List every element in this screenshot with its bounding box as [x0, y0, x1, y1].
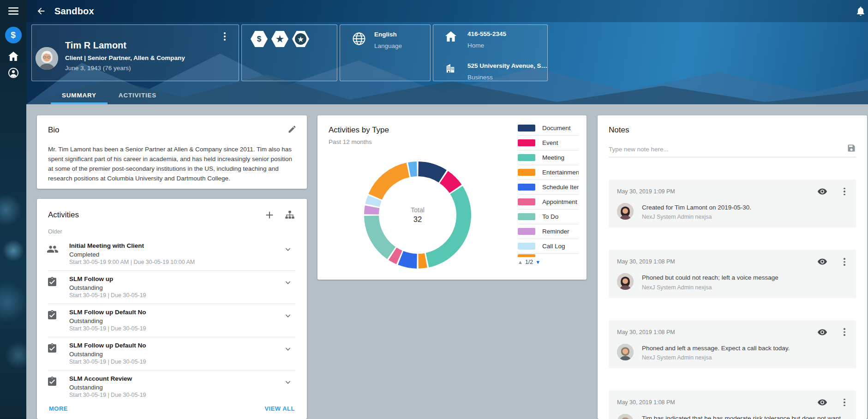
- donut-segment[interactable]: [364, 205, 379, 215]
- profile-avatar: [36, 47, 58, 70]
- legend-swatch: [518, 169, 535, 176]
- eye-icon[interactable]: [817, 327, 827, 337]
- activity-row[interactable]: Initial Meeting with Client Completed St…: [48, 238, 296, 271]
- page-up-icon[interactable]: ▲: [518, 259, 523, 265]
- nav-money-button[interactable]: $: [0, 27, 26, 43]
- dollar-badge-icon[interactable]: $: [251, 30, 268, 48]
- badges-card: $ ★ ★: [241, 24, 337, 81]
- legend-swatch: [518, 254, 535, 257]
- legend-item: Reminder: [518, 224, 579, 239]
- legend-swatch: [518, 243, 535, 250]
- legend-swatch: [518, 184, 535, 191]
- legend-page-indicator: 1/2: [525, 259, 533, 265]
- donut-segment[interactable]: [426, 186, 471, 267]
- activities-title: Activities: [48, 210, 79, 220]
- dollar-icon: $: [5, 27, 22, 43]
- nav-person-button[interactable]: [0, 67, 26, 78]
- bio-card: Bio Mr. Tim Lamont has been a Senior Par…: [37, 115, 307, 189]
- more-button[interactable]: MORE: [49, 405, 68, 412]
- note-text: Tim has indicated that he has moderate r…: [642, 414, 848, 419]
- note-item[interactable]: May 30, 2019 1:09 PM Created for Tim Lam…: [609, 180, 856, 227]
- chevron-down-icon[interactable]: [283, 377, 293, 387]
- profile-menu-kebab-icon[interactable]: [221, 30, 228, 42]
- hierarchy-view-button[interactable]: [284, 209, 296, 221]
- nav-home-button[interactable]: [0, 51, 26, 62]
- legend-item: Entertainment: [518, 165, 579, 180]
- language-card: English Language: [340, 24, 431, 81]
- note-menu-kebab-icon[interactable]: [841, 257, 848, 266]
- donut-segment[interactable]: [364, 215, 395, 259]
- note-author-avatar: [617, 273, 634, 290]
- legend-item: Meeting: [518, 150, 579, 165]
- activity-row[interactable]: SLM Follow up Default No Outstanding Sta…: [48, 304, 296, 337]
- people-icon: [47, 243, 59, 255]
- profile-card: Tim R Lamont Client | Senior Partner, Al…: [31, 24, 239, 81]
- note-menu-kebab-icon[interactable]: [841, 187, 848, 196]
- legend-swatch: [518, 213, 535, 220]
- note-timestamp: May 30, 2019 1:08 PM: [617, 399, 675, 406]
- page-down-icon[interactable]: ▼: [535, 259, 540, 265]
- content-area: Bio Mr. Tim Lamont has been a Senior Par…: [26, 104, 868, 419]
- chevron-down-icon[interactable]: [283, 277, 293, 287]
- address-value[interactable]: 525 University Avenue, S…: [467, 62, 547, 69]
- language-value: English: [374, 31, 397, 38]
- note-input-row: [609, 145, 856, 157]
- legend-item: Appointment: [518, 195, 579, 210]
- activity-row[interactable]: SLM Follow up Outstanding Start 30-05-19…: [48, 271, 296, 304]
- chevron-down-icon[interactable]: [283, 344, 293, 354]
- note-item[interactable]: May 30, 2019 1:08 PM Tim has indicated t…: [609, 390, 856, 419]
- notes-card: Notes May 30, 2019 1:09 PM Created for T: [598, 115, 867, 419]
- task-icon: [47, 276, 59, 288]
- phone-value[interactable]: 416-555-2345: [467, 30, 506, 37]
- chevron-down-icon[interactable]: [283, 244, 293, 254]
- bio-title: Bio: [48, 126, 296, 135]
- back-arrow-icon: [36, 6, 46, 16]
- note-menu-kebab-icon[interactable]: [841, 398, 848, 407]
- save-note-icon[interactable]: [847, 144, 856, 153]
- donut-segment[interactable]: [369, 163, 410, 200]
- chevron-down-icon[interactable]: [283, 311, 293, 321]
- note-item[interactable]: May 30, 2019 1:08 PM Phoned and left a m…: [609, 320, 856, 368]
- contact-subtitle: Client | Senior Partner, Allen & Company: [65, 54, 185, 61]
- donut-segment[interactable]: [418, 253, 427, 269]
- view-all-button[interactable]: VIEW ALL: [264, 405, 295, 412]
- activity-row[interactable]: SLM Follow up Default No Outstanding Sta…: [48, 337, 296, 371]
- eye-icon[interactable]: [817, 186, 827, 197]
- note-menu-kebab-icon[interactable]: [841, 328, 848, 337]
- new-note-input[interactable]: [609, 146, 836, 153]
- notifications-icon[interactable]: [855, 6, 867, 18]
- chart-legend: Document Event Meeting Entertainment Sch…: [518, 121, 579, 265]
- app-window: $ Sandbox Tim R Lamont: [0, 0, 868, 419]
- contact-birthdate: June 3, 1943 (76 years): [65, 65, 131, 72]
- donut-chart[interactable]: [362, 160, 473, 270]
- legend-swatch: [518, 154, 535, 161]
- plus-icon: [264, 210, 275, 220]
- tab-summary[interactable]: SUMMARY: [51, 86, 108, 104]
- note-text: Phoned and left a message. Expect a call…: [642, 344, 790, 353]
- star-badge-icon[interactable]: ★: [271, 30, 288, 48]
- notes-title: Notes: [609, 126, 856, 135]
- bio-text: Mr. Tim Lamont has been a Senior Partner…: [48, 145, 296, 184]
- back-button[interactable]: [35, 5, 48, 18]
- eye-icon[interactable]: [817, 397, 827, 407]
- note-item[interactable]: May 30, 2019 1:08 PM Phoned but could no…: [609, 250, 856, 298]
- activities-by-type-card: Activities by Type Past 12 months Total …: [317, 115, 587, 280]
- tab-activities[interactable]: ACTIVITIES: [108, 86, 168, 104]
- task-icon: [47, 310, 59, 322]
- nav-rail: $: [0, 0, 26, 419]
- legend-swatch: [518, 198, 535, 205]
- star-circle-badge-icon[interactable]: ★: [292, 30, 309, 48]
- eye-icon[interactable]: [817, 257, 827, 267]
- add-activity-button[interactable]: [263, 209, 275, 221]
- note-timestamp: May 30, 2019 1:08 PM: [617, 329, 675, 335]
- note-author: NexJ System Admin nexjsa: [642, 354, 790, 361]
- activities-footer: MORE VIEW ALL: [37, 398, 307, 419]
- legend-swatch: [518, 228, 535, 235]
- donut-segment[interactable]: [408, 162, 417, 177]
- language-label: Language: [374, 42, 402, 49]
- legend-item: Schedule Item: [518, 180, 579, 195]
- page-title: Sandbox: [54, 6, 94, 17]
- edit-pencil-icon[interactable]: [287, 125, 297, 134]
- note-author: NexJ System Admin nexjsa: [642, 214, 751, 220]
- menu-icon[interactable]: [0, 6, 26, 16]
